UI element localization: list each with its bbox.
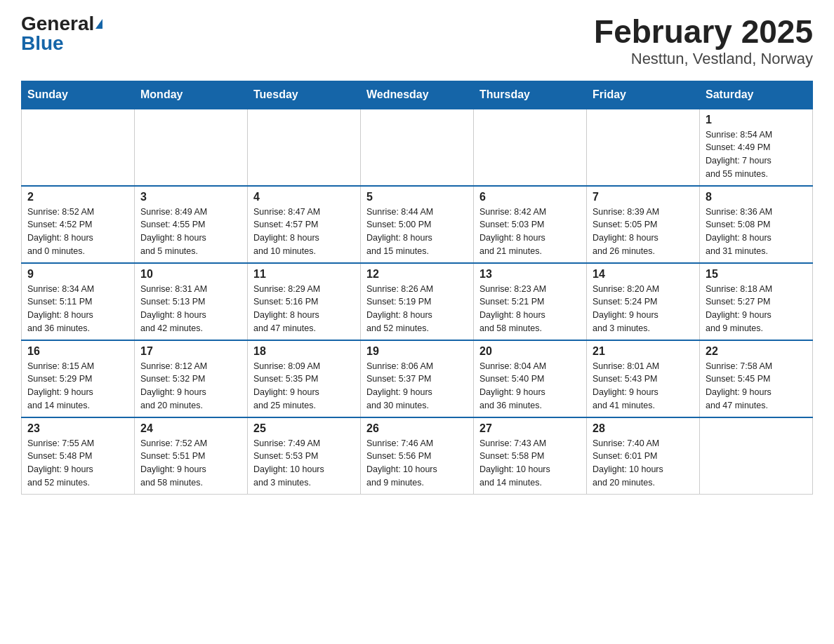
calendar-cell [135,109,248,186]
calendar-cell: 24Sunrise: 7:52 AMSunset: 5:51 PMDayligh… [135,417,248,495]
calendar-cell: 19Sunrise: 8:06 AMSunset: 5:37 PMDayligh… [361,340,474,417]
day-number: 11 [253,268,355,281]
page-subtitle: Nesttun, Vestland, Norway [594,50,813,68]
calendar-cell: 12Sunrise: 8:26 AMSunset: 5:19 PMDayligh… [361,263,474,340]
day-number: 28 [593,422,694,435]
day-info: Sunrise: 8:20 AMSunset: 5:24 PMDaylight:… [593,283,694,335]
day-info: Sunrise: 8:29 AMSunset: 5:16 PMDaylight:… [253,283,355,335]
header-saturday: Saturday [700,81,813,109]
calendar-week-1: 1Sunrise: 8:54 AMSunset: 4:49 PMDaylight… [22,109,813,186]
calendar-cell: 20Sunrise: 8:04 AMSunset: 5:40 PMDayligh… [474,340,587,417]
day-number: 20 [479,345,581,358]
calendar-header: Sunday Monday Tuesday Wednesday Thursday… [22,81,813,109]
day-info: Sunrise: 8:04 AMSunset: 5:40 PMDaylight:… [479,360,581,412]
calendar-cell: 23Sunrise: 7:55 AMSunset: 5:48 PMDayligh… [22,417,135,495]
logo-triangle-icon [95,19,102,29]
day-info: Sunrise: 8:31 AMSunset: 5:13 PMDaylight:… [140,283,241,335]
header-wednesday: Wednesday [361,81,474,109]
calendar-cell: 3Sunrise: 8:49 AMSunset: 4:55 PMDaylight… [135,186,248,263]
day-number: 22 [706,345,807,358]
day-info: Sunrise: 8:15 AMSunset: 5:29 PMDaylight:… [27,360,128,412]
day-number: 14 [593,268,694,281]
day-number: 17 [140,345,241,358]
day-number: 1 [706,114,807,126]
day-info: Sunrise: 7:49 AMSunset: 5:53 PMDaylight:… [253,437,355,490]
day-number: 26 [366,422,468,435]
day-number: 2 [27,191,128,203]
calendar-cell: 13Sunrise: 8:23 AMSunset: 5:21 PMDayligh… [474,263,587,340]
day-number: 23 [27,422,128,435]
day-info: Sunrise: 8:09 AMSunset: 5:35 PMDaylight:… [253,360,355,412]
day-info: Sunrise: 8:36 AMSunset: 5:08 PMDaylight:… [706,206,807,258]
day-number: 7 [593,191,694,203]
calendar-cell [248,109,361,186]
day-info: Sunrise: 7:58 AMSunset: 5:45 PMDaylight:… [706,360,807,412]
day-number: 9 [27,268,128,281]
logo-general: General [21,14,94,34]
header-monday: Monday [135,81,248,109]
day-info: Sunrise: 8:39 AMSunset: 5:05 PMDaylight:… [593,206,694,258]
calendar-cell [587,109,700,186]
day-number: 8 [706,191,807,203]
calendar-week-4: 16Sunrise: 8:15 AMSunset: 5:29 PMDayligh… [22,340,813,417]
calendar-cell: 27Sunrise: 7:43 AMSunset: 5:58 PMDayligh… [474,417,587,495]
header-thursday: Thursday [474,81,587,109]
calendar-cell: 22Sunrise: 7:58 AMSunset: 5:45 PMDayligh… [700,340,813,417]
calendar-cell: 11Sunrise: 8:29 AMSunset: 5:16 PMDayligh… [248,263,361,340]
calendar-table: Sunday Monday Tuesday Wednesday Thursday… [21,81,813,495]
day-number: 4 [253,191,355,203]
day-number: 10 [140,268,241,281]
calendar-cell: 16Sunrise: 8:15 AMSunset: 5:29 PMDayligh… [22,340,135,417]
title-block: February 2025 Nesttun, Vestland, Norway [594,14,813,68]
calendar-cell: 14Sunrise: 8:20 AMSunset: 5:24 PMDayligh… [587,263,700,340]
day-info: Sunrise: 8:23 AMSunset: 5:21 PMDaylight:… [479,283,581,335]
day-number: 13 [479,268,581,281]
day-info: Sunrise: 8:47 AMSunset: 4:57 PMDaylight:… [253,206,355,258]
day-info: Sunrise: 8:49 AMSunset: 4:55 PMDaylight:… [140,206,241,258]
day-info: Sunrise: 8:52 AMSunset: 4:52 PMDaylight:… [27,206,128,258]
day-number: 24 [140,422,241,435]
calendar-cell: 18Sunrise: 8:09 AMSunset: 5:35 PMDayligh… [248,340,361,417]
calendar-cell: 6Sunrise: 8:42 AMSunset: 5:03 PMDaylight… [474,186,587,263]
calendar-cell: 15Sunrise: 8:18 AMSunset: 5:27 PMDayligh… [700,263,813,340]
calendar-cell [361,109,474,186]
day-number: 6 [479,191,581,203]
day-info: Sunrise: 8:06 AMSunset: 5:37 PMDaylight:… [366,360,468,412]
header-sunday: Sunday [22,81,135,109]
calendar-week-2: 2Sunrise: 8:52 AMSunset: 4:52 PMDaylight… [22,186,813,263]
calendar-cell: 7Sunrise: 8:39 AMSunset: 5:05 PMDaylight… [587,186,700,263]
day-info: Sunrise: 8:54 AMSunset: 4:49 PMDaylight:… [706,128,807,181]
header-friday: Friday [587,81,700,109]
day-info: Sunrise: 8:12 AMSunset: 5:32 PMDaylight:… [140,360,241,412]
day-info: Sunrise: 8:26 AMSunset: 5:19 PMDaylight:… [366,283,468,335]
calendar-cell: 5Sunrise: 8:44 AMSunset: 5:00 PMDaylight… [361,186,474,263]
calendar-cell: 26Sunrise: 7:46 AMSunset: 5:56 PMDayligh… [361,417,474,495]
day-number: 18 [253,345,355,358]
day-number: 16 [27,345,128,358]
day-info: Sunrise: 8:42 AMSunset: 5:03 PMDaylight:… [479,206,581,258]
day-info: Sunrise: 8:34 AMSunset: 5:11 PMDaylight:… [27,283,128,335]
day-info: Sunrise: 8:44 AMSunset: 5:00 PMDaylight:… [366,206,468,258]
day-number: 12 [366,268,468,281]
day-number: 5 [366,191,468,203]
day-number: 19 [366,345,468,358]
calendar-cell: 8Sunrise: 8:36 AMSunset: 5:08 PMDaylight… [700,186,813,263]
calendar-cell: 28Sunrise: 7:40 AMSunset: 6:01 PMDayligh… [587,417,700,495]
calendar-cell: 10Sunrise: 8:31 AMSunset: 5:13 PMDayligh… [135,263,248,340]
calendar-cell: 4Sunrise: 8:47 AMSunset: 4:57 PMDaylight… [248,186,361,263]
logo: General Blue [21,14,102,53]
calendar-cell [22,109,135,186]
calendar-cell [700,417,813,495]
day-info: Sunrise: 7:43 AMSunset: 5:58 PMDaylight:… [479,437,581,490]
calendar-cell: 1Sunrise: 8:54 AMSunset: 4:49 PMDaylight… [700,109,813,186]
page-header: General Blue February 2025 Nesttun, Vest… [21,14,813,68]
day-info: Sunrise: 8:18 AMSunset: 5:27 PMDaylight:… [706,283,807,335]
calendar-cell [474,109,587,186]
day-number: 27 [479,422,581,435]
day-info: Sunrise: 7:52 AMSunset: 5:51 PMDaylight:… [140,437,241,490]
day-info: Sunrise: 7:40 AMSunset: 6:01 PMDaylight:… [593,437,694,490]
calendar-cell: 9Sunrise: 8:34 AMSunset: 5:11 PMDaylight… [22,263,135,340]
day-number: 25 [253,422,355,435]
day-info: Sunrise: 7:46 AMSunset: 5:56 PMDaylight:… [366,437,468,490]
calendar-week-3: 9Sunrise: 8:34 AMSunset: 5:11 PMDaylight… [22,263,813,340]
